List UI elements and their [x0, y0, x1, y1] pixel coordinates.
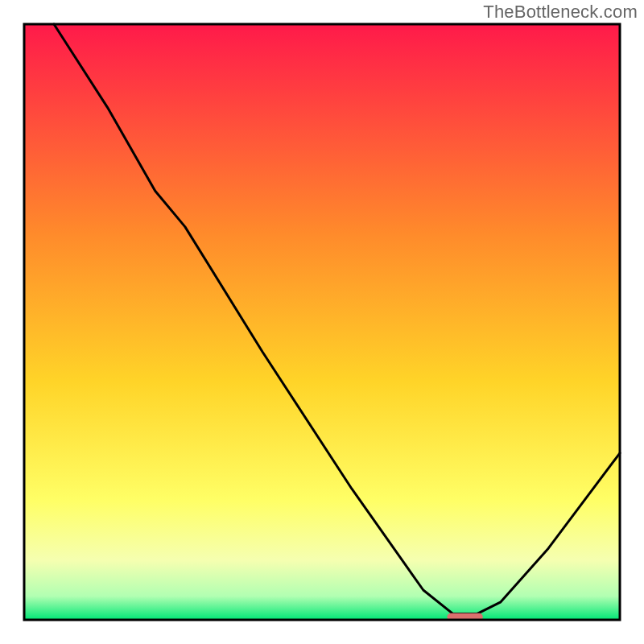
- chart-canvas: TheBottleneck.com: [0, 0, 644, 644]
- chart-svg: [0, 0, 644, 644]
- plot-background: [24, 24, 620, 620]
